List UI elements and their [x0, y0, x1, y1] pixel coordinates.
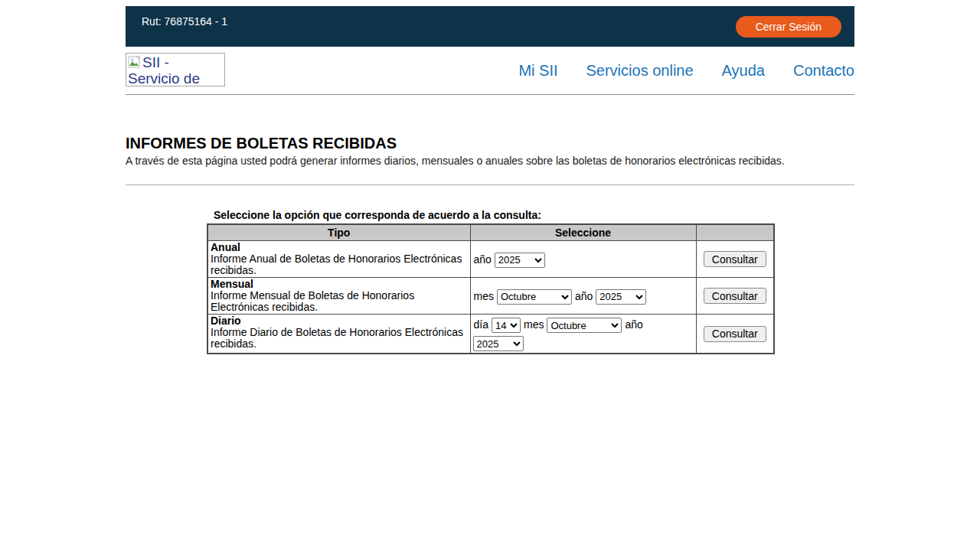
- mensual-year-label: año: [575, 290, 593, 302]
- nav-contacto[interactable]: Contacto: [793, 62, 854, 94]
- nav-servicios-online[interactable]: Servicios online: [586, 62, 694, 94]
- session-bar: Rut: 76875164 - 1 Cerrar Sesión: [126, 6, 854, 47]
- report-options-table: Tipo Seleccione Anual Informe Anual de B…: [207, 223, 775, 354]
- row-description-anual: Informe Anual de Boletas de Honorarios E…: [211, 253, 462, 276]
- page-title: INFORMES DE BOLETAS RECIBIDAS: [126, 135, 854, 152]
- mensual-month-select[interactable]: Octubre: [497, 289, 572, 305]
- column-header-seleccione: Seleccione: [470, 224, 696, 241]
- table-row-anual: Anual Informe Anual de Boletas de Honora…: [207, 241, 774, 278]
- row-type-anual: Anual: [211, 241, 240, 253]
- logout-button[interactable]: Cerrar Sesión: [736, 16, 841, 37]
- mensual-consultar-button[interactable]: Consultar: [704, 288, 766, 304]
- sii-logo-broken-image[interactable]: SII - Servicio de: [126, 53, 225, 86]
- diario-month-label: mes: [524, 318, 544, 331]
- nav-ayuda[interactable]: Ayuda: [722, 62, 765, 94]
- table-row-diario: Diario Informe Diario de Boletas de Hono…: [207, 315, 774, 354]
- column-header-empty: [696, 224, 774, 241]
- table-header-row: Tipo Seleccione: [207, 224, 774, 241]
- diario-year-select[interactable]: 2025: [473, 336, 524, 351]
- row-type-diario: Diario: [211, 315, 241, 327]
- anual-year-select[interactable]: 2025: [495, 253, 545, 268]
- nav-mi-sii[interactable]: Mi SII: [518, 62, 557, 94]
- divider: [126, 184, 854, 185]
- form-heading: Seleccione la opción que corresponda de …: [214, 209, 854, 221]
- row-type-mensual: Mensual: [211, 278, 253, 290]
- diario-day-label: día: [474, 318, 488, 331]
- row-description-mensual: Informe Mensual de Boletas de Honorarios…: [211, 289, 414, 313]
- column-header-tipo: Tipo: [207, 224, 470, 241]
- table-row-mensual: Mensual Informe Mensual de Boletas de Ho…: [207, 278, 774, 315]
- rut-label: Rut: 76875164 - 1: [142, 6, 227, 47]
- page-description: A través de esta página usted podrá gene…: [126, 155, 854, 168]
- diario-consultar-button[interactable]: Consultar: [704, 326, 766, 342]
- mensual-year-select[interactable]: 2025: [596, 289, 646, 305]
- anual-year-label: año: [474, 253, 492, 266]
- broken-image-icon: [128, 56, 141, 69]
- anual-consultar-button[interactable]: Consultar: [704, 251, 766, 267]
- row-description-diario: Informe Diario de Boletas de Honorarios …: [211, 326, 463, 350]
- page-container: Rut: 76875164 - 1 Cerrar Sesión SII - Se…: [126, 6, 854, 354]
- mensual-month-label: mes: [474, 290, 494, 302]
- site-header: SII - Servicio de Mi SII Servicios onlin…: [126, 47, 854, 95]
- diario-day-select[interactable]: 14: [492, 318, 521, 333]
- diario-year-label: año: [625, 318, 642, 331]
- diario-month-select[interactable]: Octubre: [547, 318, 622, 333]
- main-nav: Mi SII Servicios online Ayuda Contacto: [518, 62, 854, 94]
